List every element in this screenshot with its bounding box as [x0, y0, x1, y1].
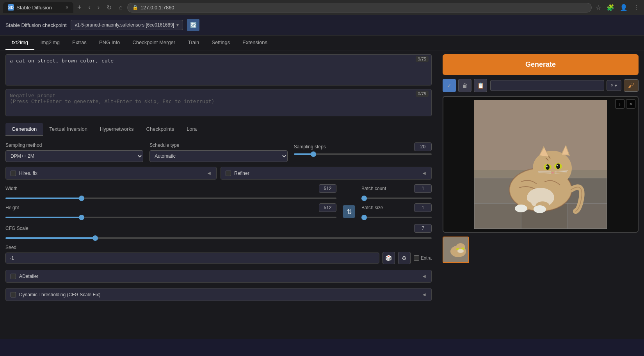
schedule-type-group: Schedule type Automatic	[149, 142, 287, 162]
refresh-button[interactable]: ↻	[104, 2, 114, 13]
sampling-method-select[interactable]: DPM++ 2M	[5, 150, 143, 162]
seed-recycle-button[interactable]: ♻	[398, 252, 411, 264]
batch-size-slider[interactable]	[361, 217, 432, 218]
batch-count-slider[interactable]	[361, 198, 432, 199]
dynthresh-section[interactable]: Dynamic Thresholding (CFG Scale Fix) ◄	[5, 288, 432, 301]
style-input[interactable]	[490, 80, 604, 91]
tab-extras[interactable]: Extras	[66, 36, 93, 50]
svg-point-19	[546, 164, 550, 170]
hires-collapse-icon[interactable]: ◄	[206, 170, 212, 176]
add-tab-button[interactable]: +	[76, 2, 83, 13]
checkpoint-refresh-button[interactable]: 🔄	[187, 19, 199, 31]
generate-button[interactable]: Generate	[443, 54, 639, 75]
right-panel: Generate ✓ 🗑 📋 × ▾ 🖌	[437, 50, 644, 339]
refiner-collapse-icon[interactable]: ◄	[422, 170, 427, 176]
tab-lora[interactable]: Lora	[180, 123, 203, 136]
batch-size-value: 1	[414, 203, 432, 212]
paste-styles-button[interactable]: 📋	[474, 79, 487, 92]
sampling-steps-slider[interactable]	[294, 153, 432, 155]
negative-prompt-input[interactable]	[5, 89, 432, 116]
prompt-container: a cat on street, brown color, cute 9/75	[5, 54, 432, 87]
extra-seed-label[interactable]: Extra	[414, 255, 432, 261]
image-close-button[interactable]: ×	[626, 99, 635, 109]
dynthresh-collapse-icon[interactable]: ◄	[422, 292, 427, 297]
batch-count-group: Batch count 1	[361, 184, 432, 200]
forward-button[interactable]: ›	[95, 2, 102, 12]
extensions-button[interactable]: 🧩	[605, 2, 616, 13]
tab-close-icon[interactable]: ×	[66, 4, 69, 11]
checkpoint-select[interactable]: v1-5-pruned-emaonly.safetensors [6ce0161…	[71, 20, 183, 30]
bookmark-button[interactable]: ☆	[594, 2, 603, 13]
width-group: Width 512	[5, 184, 336, 200]
profile-button[interactable]: 👤	[618, 2, 629, 13]
refiner-checkbox[interactable]	[226, 171, 231, 176]
tab-hypernetworks[interactable]: Hypernetworks	[94, 123, 140, 136]
home-button[interactable]: ⌂	[116, 2, 125, 12]
image-download-button[interactable]: ↓	[615, 99, 624, 109]
sampling-row: Sampling method DPM++ 2M Schedule type A…	[5, 142, 432, 162]
seed-dice-button[interactable]: 🎲	[382, 252, 395, 264]
width-slider[interactable]	[5, 198, 336, 199]
height-group: Height 512	[5, 203, 336, 219]
style-apply-button[interactable]: 🖌	[624, 79, 639, 92]
hires-fix-section: Hires. fix ◄	[5, 167, 217, 180]
generated-image	[474, 100, 607, 229]
tab-checkpoint-merger[interactable]: Checkpoint Merger	[126, 36, 181, 50]
schedule-type-select[interactable]: Automatic	[149, 150, 287, 162]
url-text: 127.0.0.1:7860	[141, 5, 174, 11]
svg-point-20	[556, 164, 560, 169]
adetailer-section[interactable]: ADetailer ◄	[5, 270, 432, 283]
content-area: a cat on street, brown color, cute 9/75 …	[0, 50, 644, 339]
tab-checkpoints[interactable]: Checkpoints	[140, 123, 181, 136]
tab-extensions[interactable]: Extensions	[236, 36, 274, 50]
app-container: Stable Diffusion checkpoint v1-5-pruned-…	[0, 15, 644, 339]
dynthresh-label: Dynamic Thresholding (CFG Scale Fix)	[19, 292, 101, 297]
apply-styles-button[interactable]: ✓	[443, 79, 456, 92]
height-slider[interactable]	[5, 217, 336, 218]
tab-generation[interactable]: Generation	[5, 123, 43, 136]
back-button[interactable]: ‹	[86, 2, 93, 12]
height-value: 512	[319, 203, 336, 212]
svg-point-34	[534, 205, 546, 213]
prompt-input[interactable]: a cat on street, brown color, cute	[5, 54, 432, 85]
tab-stable-diffusion[interactable]: SD Stable Diffusion ×	[3, 2, 73, 13]
svg-rect-5	[474, 203, 521, 229]
tab-settings[interactable]: Settings	[205, 36, 236, 50]
tab-img2img[interactable]: img2img	[34, 36, 66, 50]
hires-fix-checkbox[interactable]	[11, 171, 16, 176]
adetailer-checkbox[interactable]	[11, 274, 16, 279]
width-height-group: Width 512 Height 512	[5, 184, 336, 219]
address-bar[interactable]: 🔒 127.0.0.1:7860	[127, 3, 592, 12]
browser-chrome: SD Stable Diffusion × + ‹ › ↻ ⌂ 🔒 127.0.…	[0, 0, 644, 15]
cfg-scale-slider[interactable]	[5, 237, 432, 239]
sampling-steps-label: Sampling steps	[294, 144, 326, 150]
thumbnail-strip	[443, 237, 639, 263]
tab-textual-inversion[interactable]: Textual Inversion	[43, 123, 94, 136]
cfg-scale-value: 7	[414, 224, 432, 233]
main-tabs: txt2img img2img Extras PNG Info Checkpoi…	[0, 36, 644, 50]
tab-favicon: SD	[8, 4, 14, 11]
menu-button[interactable]: ⋮	[632, 2, 641, 13]
swap-dimensions-button[interactable]: ⇅	[343, 205, 355, 218]
svg-point-21	[546, 166, 548, 167]
action-icons-row: ✓ 🗑 📋 × ▾ 🖌	[443, 79, 639, 92]
dynthresh-checkbox[interactable]	[11, 292, 16, 297]
tab-txt2img[interactable]: txt2img	[5, 36, 34, 50]
style-clear-button[interactable]: × ▾	[607, 80, 621, 91]
tab-png-info[interactable]: PNG Info	[93, 36, 126, 50]
thumbnail-1[interactable]	[443, 237, 469, 263]
seed-controls: 🎲 ♻ Extra	[5, 252, 432, 264]
refiner-label[interactable]: Refiner	[226, 171, 249, 176]
hires-fix-label[interactable]: Hires. fix	[11, 171, 37, 176]
svg-point-40	[457, 249, 464, 253]
style-input-row: × ▾ 🖌	[490, 79, 639, 92]
image-display-area: ↓ ×	[443, 96, 639, 233]
clear-styles-button[interactable]: 🗑	[458, 79, 471, 92]
seed-input[interactable]	[5, 253, 379, 263]
checkpoint-bar: Stable Diffusion checkpoint v1-5-pruned-…	[0, 15, 644, 36]
batch-count-value: 1	[414, 184, 432, 193]
tab-train[interactable]: Train	[181, 36, 205, 50]
adetailer-collapse-icon[interactable]: ◄	[422, 273, 427, 279]
extra-seed-checkbox[interactable]	[414, 255, 419, 261]
negative-prompt-container: 0/75	[5, 89, 432, 117]
